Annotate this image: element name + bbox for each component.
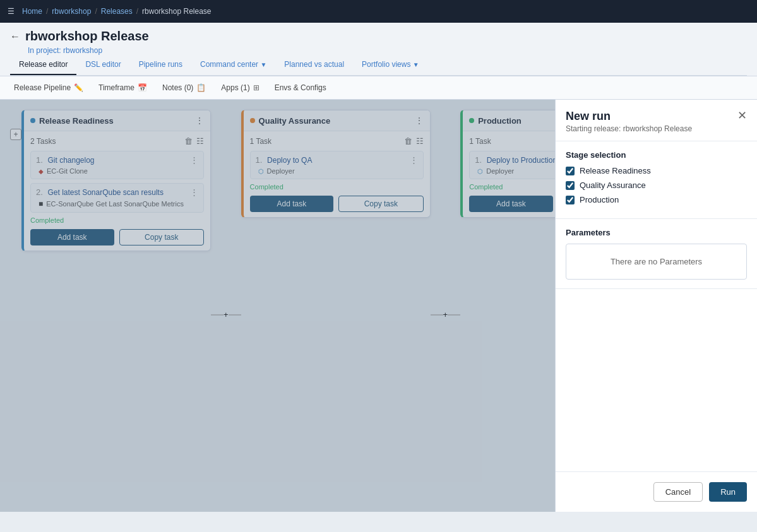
tab-release-editor[interactable]: Release editor bbox=[10, 55, 76, 75]
checkbox-production-label: Production bbox=[580, 195, 619, 204]
task-count-1: 2 Tasks bbox=[30, 137, 56, 146]
stage-selection-title: Stage selection bbox=[566, 150, 747, 160]
new-run-panel: New run Starting release: rbworkshop Rel… bbox=[555, 100, 757, 512]
task-name-3-1[interactable]: Deploy to Production bbox=[487, 156, 557, 165]
list-tasks-icon-1[interactable]: ☷ bbox=[196, 136, 204, 146]
task-name-1-1[interactable]: Git changelog bbox=[47, 156, 94, 165]
main-content: + Release Readiness ⋮ 2 Tasks 🗑 ☷ bbox=[0, 100, 757, 512]
task-sub-1-2: ■ EC-SonarQube Get Last SonarQube Metric… bbox=[36, 199, 198, 208]
task-sub-label-1-2: EC-SonarQube Get Last SonarQube Metrics bbox=[46, 200, 184, 208]
run-button[interactable]: Run bbox=[709, 482, 747, 502]
task-num-1-1: 1. bbox=[36, 155, 43, 165]
stage-indicator-3 bbox=[469, 118, 474, 123]
apps-label: Apps (1) bbox=[221, 83, 249, 92]
tab-pipeline-runs[interactable]: Pipeline runs bbox=[130, 55, 191, 75]
notes-label: Notes (0) bbox=[162, 83, 193, 92]
grid-icon: ⊞ bbox=[253, 83, 259, 92]
pipeline-label: Release Pipeline bbox=[14, 83, 71, 92]
delete-tasks-icon-1[interactable]: 🗑 bbox=[184, 136, 193, 146]
toolbar-timeframe[interactable]: Timeframe 📅 bbox=[95, 81, 151, 94]
task-kebab-1-2[interactable]: ⋮ bbox=[190, 187, 198, 197]
connector-2-3: + bbox=[431, 110, 461, 502]
add-stage-between-2-3[interactable]: + bbox=[443, 310, 448, 319]
checkbox-production-input[interactable] bbox=[566, 196, 575, 204]
stage-completed-1: Completed bbox=[30, 216, 204, 224]
task-num-2-1: 1. bbox=[256, 155, 263, 165]
stage-name-3: Production bbox=[478, 116, 522, 126]
close-panel-button[interactable]: ✕ bbox=[737, 110, 747, 121]
nav-sep-2: / bbox=[95, 7, 97, 16]
delete-tasks-icon-2[interactable]: 🗑 bbox=[404, 136, 412, 146]
toolbar-envs[interactable]: Envs & Configs bbox=[271, 81, 330, 94]
task-count-2: 1 Task bbox=[250, 137, 271, 146]
stage-col-2: Quality Assurance ⋮ 1 Task 🗑 ☷ bbox=[241, 110, 431, 502]
tab-portfolio-views[interactable]: Portfolio views ▼ bbox=[353, 55, 428, 75]
calendar-icon: 📅 bbox=[138, 83, 147, 92]
stage-kebab-2[interactable]: ⋮ bbox=[415, 115, 424, 126]
timeframe-label: Timeframe bbox=[98, 83, 134, 92]
task-sub-label-1-1: EC-Git Clone bbox=[47, 167, 88, 175]
panel-header: New run Starting release: rbworkshop Rel… bbox=[556, 100, 757, 141]
task-num-3-1: 1. bbox=[475, 155, 482, 165]
task-name-2-1[interactable]: Deploy to QA bbox=[267, 156, 312, 165]
tab-dsl-editor[interactable]: DSL editor bbox=[76, 55, 129, 75]
checkbox-release-readiness-label: Release Readiness bbox=[580, 166, 651, 175]
edit-icon: ✏️ bbox=[74, 83, 83, 92]
project-link: In project: rbworkshop bbox=[28, 46, 747, 55]
no-parameters-message: There are no Parameters bbox=[566, 244, 747, 280]
cancel-button[interactable]: Cancel bbox=[653, 482, 703, 502]
tasks-header-1: 2 Tasks 🗑 ☷ bbox=[30, 136, 204, 146]
panel-title: New run bbox=[566, 110, 692, 123]
toolbar-apps[interactable]: Apps (1) ⊞ bbox=[217, 81, 263, 94]
copy-task-button-2[interactable]: Copy task bbox=[338, 196, 424, 212]
parameters-title: Parameters bbox=[566, 228, 747, 237]
hamburger-menu[interactable]: ☰ bbox=[8, 7, 15, 16]
tab-command-center[interactable]: Command center ▼ bbox=[191, 55, 275, 75]
checkbox-production: Production bbox=[566, 195, 747, 204]
add-task-button-2[interactable]: Add task bbox=[250, 196, 334, 212]
checkbox-quality-assurance: Quality Assurance bbox=[566, 180, 747, 190]
task-kebab-2-1[interactable]: ⋮ bbox=[410, 155, 418, 165]
task-sub-1-1: ◆ EC-Git Clone bbox=[36, 167, 198, 175]
ec-git-icon: ◆ bbox=[39, 168, 44, 175]
task-item-1-1: 1. Git changelog ⋮ ◆ EC-Git Clone bbox=[30, 151, 204, 179]
task-name-1-2[interactable]: Get latest SonarQube scan results bbox=[47, 188, 163, 197]
back-arrow-icon[interactable]: ← bbox=[10, 31, 20, 42]
tab-bar: Release editor DSL editor Pipeline runs … bbox=[10, 55, 747, 76]
nav-home[interactable]: Home bbox=[22, 7, 42, 16]
project-link-anchor[interactable]: rbworkshop bbox=[63, 46, 102, 55]
deployer-icon-2: ⬡ bbox=[258, 168, 264, 175]
connector-1-2: + bbox=[211, 110, 241, 502]
task-actions-1: 🗑 ☷ bbox=[184, 136, 204, 146]
nav-releases[interactable]: Releases bbox=[101, 7, 133, 16]
task-sub-2-1: ⬡ Deployer bbox=[256, 167, 418, 175]
nav-rbworkshop[interactable]: rbworkshop bbox=[52, 7, 91, 16]
deployer-icon-3: ⬡ bbox=[477, 168, 483, 175]
toolbar-pipeline[interactable]: Release Pipeline ✏️ bbox=[10, 81, 87, 94]
stage-name-1: Release Readiness bbox=[39, 116, 114, 126]
envs-label: Envs & Configs bbox=[275, 83, 326, 92]
copy-task-button-1[interactable]: Copy task bbox=[119, 229, 205, 245]
page-header: ← rbworkshop Release In project: rbworks… bbox=[0, 23, 757, 76]
list-tasks-icon-2[interactable]: ☷ bbox=[416, 136, 424, 146]
task-kebab-1-1[interactable]: ⋮ bbox=[190, 155, 198, 165]
tasks-header-2: 1 Task 🗑 ☷ bbox=[250, 136, 424, 146]
top-navigation: ☰ Home / rbworkshop / Releases / rbworks… bbox=[0, 0, 757, 23]
stage-indicator-2 bbox=[250, 118, 255, 123]
checkbox-quality-assurance-label: Quality Assurance bbox=[580, 180, 646, 190]
stage-col-1: + Release Readiness ⋮ 2 Tasks 🗑 ☷ bbox=[10, 110, 211, 502]
task-item-1-2: 2. Get latest SonarQube scan results ⋮ ■… bbox=[30, 183, 204, 213]
task-count-3: 1 Task bbox=[469, 137, 491, 146]
stage-kebab-1[interactable]: ⋮ bbox=[195, 115, 204, 126]
add-task-button-1[interactable]: Add task bbox=[30, 229, 114, 245]
tab-planned-vs-actual[interactable]: Planned vs actual bbox=[275, 55, 353, 75]
stage-completed-2: Completed bbox=[250, 183, 424, 191]
notes-icon: 📋 bbox=[196, 83, 206, 92]
add-task-button-3[interactable]: Add task bbox=[469, 196, 553, 212]
toolbar-notes[interactable]: Notes (0) 📋 bbox=[158, 81, 210, 94]
task-actions-2: 🗑 ☷ bbox=[404, 136, 424, 146]
add-stage-between-1-2[interactable]: + bbox=[224, 310, 229, 319]
checkbox-quality-assurance-input[interactable] bbox=[566, 181, 575, 190]
add-stage-before-1[interactable]: + bbox=[10, 129, 21, 140]
checkbox-release-readiness-input[interactable] bbox=[566, 167, 575, 175]
